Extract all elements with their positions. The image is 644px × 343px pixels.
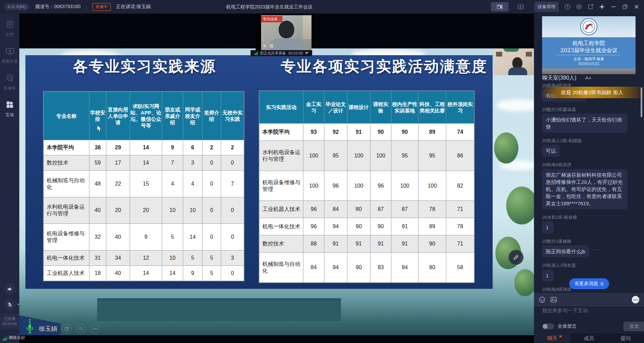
chat-sender: 20机器人2班-柏国旋 — [542, 138, 638, 143]
slide-preview-card: 机电工程学院 2023届毕业生就业会议 主讲：陆尚平 杨青 2023年3月2日 — [542, 16, 636, 74]
row-label: 机械制造与自动化 — [259, 253, 303, 283]
table-cell: 91 — [391, 218, 418, 235]
panel-tab-questions[interactable]: 提问 — [607, 334, 644, 343]
table-cell: 2 — [221, 140, 244, 155]
more-options-button[interactable] — [90, 324, 100, 334]
help-icon[interactable]: ? — [563, 3, 572, 11]
chat-scrollbar[interactable] — [641, 87, 642, 117]
layout-sidebar-view-button[interactable] — [491, 2, 509, 12]
chat-more-tools-button[interactable] — [632, 296, 639, 303]
sidebar-item-multimedia[interactable]: 多媒体 — [4, 74, 16, 91]
sidebar-item-label: 多媒体 — [4, 85, 16, 91]
layout-grid-view-button[interactable] — [512, 2, 530, 12]
live-status-badge: 直播中 — [92, 3, 111, 11]
version-badge: 4.11.0(64) — [4, 3, 29, 10]
column-header: 校内生产性实训基地 — [391, 91, 418, 124]
guest-silhouette-body — [269, 39, 304, 50]
left-sidebar: 文档屏幕共享多媒体互动 已直播 00:23:58 — [0, 14, 19, 343]
presenter-silhouette — [512, 57, 522, 69]
emoji-icon[interactable] — [539, 296, 545, 303]
table-cell: 90 — [370, 218, 391, 235]
table-cell: 88 — [303, 235, 324, 253]
app-window: 4.11.0(64) 频道号：0063793180 | 直播中 正在讲话:徐玉娟… — [0, 0, 644, 343]
table-cell: 87 — [370, 201, 391, 218]
cloud-decor — [496, 99, 534, 111]
column-header: 校外顶岗实习 — [446, 91, 474, 124]
network-status-label: 网络良好 — [9, 335, 25, 341]
table-cell: 0 — [221, 155, 244, 171]
live-duration: 00:23:58 — [0, 321, 19, 326]
table-cell: 0 — [202, 171, 221, 197]
chat-message: 20水机1班 银金楼1 — [542, 215, 638, 233]
panel-tab-chat[interactable]: 聊天 — [534, 334, 571, 343]
guest-name-label: 徐 — [269, 43, 274, 49]
settings-gear-icon[interactable] — [575, 3, 583, 11]
table-cell: 12 — [130, 250, 162, 265]
sidebar-item-docs[interactable]: 文档 — [6, 20, 14, 38]
table-row: 数控技术5917147300 — [44, 155, 244, 171]
mic-device-caret[interactable] — [17, 304, 20, 305]
table-cell: 91 — [324, 235, 347, 253]
close-button[interactable] — [632, 3, 641, 11]
table-cell: 14 — [183, 224, 202, 251]
message-overflow-ellipsis[interactable]: ... — [593, 245, 599, 251]
chat-font-size-button[interactable]: A+ — [585, 75, 592, 81]
speaker-button[interactable] — [4, 283, 16, 295]
mute-all-toggle[interactable] — [542, 323, 554, 329]
guest-video-footer: 徐 — [262, 43, 274, 49]
popout-icon[interactable] — [586, 3, 595, 11]
guest-silhouette — [279, 21, 294, 38]
table-row: 水利机电设备运行与管理402020101000 — [44, 197, 244, 224]
maximize-restore-button[interactable] — [621, 3, 629, 11]
panel-tabs: 聊天成员提问 — [534, 334, 644, 343]
sidebar-item-screen-share[interactable]: 屏幕共享 — [2, 47, 18, 64]
table-cell: 14 — [130, 155, 162, 171]
send-button[interactable]: 发送 — [623, 322, 644, 331]
magnifier-button[interactable] — [76, 324, 86, 334]
table-cell: 59 — [89, 155, 106, 171]
share-signal-icon — [254, 51, 258, 55]
table-cell: 80 — [347, 201, 370, 218]
table-cell: 48 — [89, 171, 106, 197]
tree-illustration — [494, 132, 518, 164]
image-icon[interactable] — [550, 296, 557, 303]
sidebar-item-interaction[interactable]: 互动 — [6, 101, 14, 118]
chat-input[interactable]: 我也来参与一下互动 — [542, 307, 588, 314]
table-cell: 3 — [221, 250, 244, 265]
presenter-video-tile — [493, 48, 534, 75]
copy-pages-button[interactable] — [62, 324, 71, 334]
table-cell: 91 — [370, 235, 391, 253]
microphone-muted-button[interactable] — [4, 299, 16, 310]
table-row: 本学院平均93929190908974 — [259, 124, 474, 141]
table-cell: 5 — [202, 265, 221, 281]
chat-toolbar — [534, 293, 644, 306]
pin-icon[interactable] — [598, 3, 606, 11]
table-cell: 3 — [183, 155, 202, 171]
column-header: 同学或校友介绍 — [183, 92, 202, 140]
live-status-label: 已直播 — [0, 316, 19, 321]
tab-label: 成员 — [584, 335, 594, 342]
row-label: 机电设备维修与管理 — [259, 171, 303, 201]
row-label: 机械制造与自动化 — [44, 171, 89, 197]
satisfaction-table: 实习实践活动金工实习毕业论文／设计课程设计课程实验校内生产性实训基地科技、工程类… — [259, 91, 474, 283]
minimize-button[interactable] — [609, 3, 618, 11]
share-banner-chevron[interactable] — [305, 52, 308, 54]
preview-title-line1: 机电工程学院 — [542, 40, 636, 47]
table-cell: 86 — [446, 141, 474, 171]
share-banner-text: 您正在共享屏幕 — [260, 51, 286, 56]
device-management-button[interactable]: 设备管理 — [534, 2, 559, 12]
more-messages-button[interactable]: 有更多消息 — [569, 278, 609, 289]
table-cell: 94 — [324, 253, 347, 283]
chat-message-list[interactable]: 20机电4班农庆有靓厂 广林迪芬20数控2班蒙淑昌小潘怕你们饿坏了，天天给你们画… — [542, 83, 638, 294]
column-header: 专业名称 — [44, 92, 89, 140]
table-header-row: 实习实践活动金工实习毕业论文／设计课程设计课程实验校内生产性实训基地科技、工程类… — [259, 91, 474, 124]
college-logo — [580, 18, 598, 36]
table-cell: 40 — [106, 224, 130, 251]
annotate-pen-button[interactable] — [509, 250, 523, 265]
table-row: 机电一体化技术96949090918978 — [259, 218, 474, 235]
sidebar-item-label: 屏幕共享 — [2, 59, 18, 64]
table-cell: 18 — [89, 265, 106, 281]
table-cell: 100 — [347, 171, 370, 201]
panel-tab-members[interactable]: 成员 — [571, 334, 607, 343]
row-label: 本学院平均 — [44, 140, 89, 155]
